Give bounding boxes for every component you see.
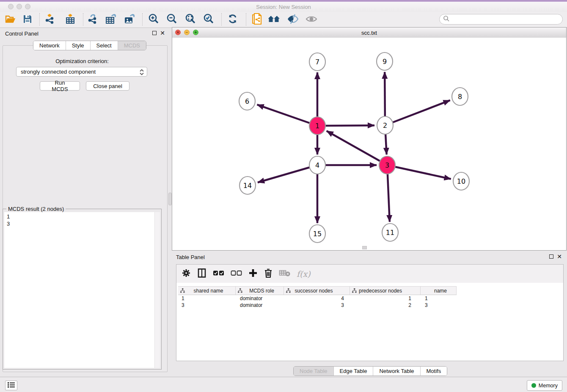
graph-node-label: 15 — [313, 230, 322, 238]
control-panel-tabs: Network Style Select MCDS — [33, 41, 146, 50]
open-file-button[interactable] — [3, 13, 17, 26]
mcds-result-group-title: MCDS result (2 nodes) — [6, 206, 66, 212]
graph-edge-1-2[interactable] — [317, 125, 374, 126]
function-builder-button[interactable]: f(x) — [297, 269, 311, 279]
criterion-dropdown[interactable]: strongly connected component — [16, 67, 147, 77]
run-mcds-button[interactable]: Run MCDS — [40, 81, 80, 91]
zoom-out-icon — [166, 13, 178, 26]
close-table-panel-icon[interactable]: ✕ — [557, 254, 562, 259]
close-panel-icon[interactable]: ✕ — [160, 31, 165, 35]
network-graph: 1234678910111415 — [172, 38, 566, 250]
zoom-out-button[interactable] — [165, 13, 179, 26]
sitemap-icon — [238, 288, 242, 293]
copy-network-button[interactable] — [250, 13, 264, 26]
graph-node-label: 14 — [243, 182, 252, 190]
tab-network-table[interactable]: Network Table — [373, 367, 420, 375]
graph-edge-3-1[interactable] — [327, 131, 387, 165]
table-panel-box: f(x) shared name MCDS role successor nod… — [176, 264, 564, 361]
show-column-selector-button[interactable] — [197, 268, 207, 280]
toolbar-separator — [221, 13, 222, 26]
control-panel: Control Panel ✕ Network Style Select MCD… — [0, 28, 169, 375]
list-icon — [7, 381, 15, 389]
close-panel-button[interactable]: Close panel — [86, 81, 129, 91]
criterion-value: strongly connected component — [21, 69, 96, 75]
zoom-in-icon — [148, 13, 160, 26]
panel-splitter-handle[interactable] — [168, 193, 172, 205]
column-header-successor-nodes[interactable]: successor nodes — [284, 287, 350, 295]
tab-edge-table[interactable]: Edge Table — [333, 367, 373, 375]
window-title: Session: New Session — [0, 4, 567, 10]
refresh-icon — [227, 13, 239, 26]
gear-icon — [182, 268, 191, 279]
import-table-button[interactable] — [63, 13, 77, 26]
select-all-columns-button[interactable] — [213, 268, 225, 280]
canvas-scroll-grip[interactable] — [362, 246, 367, 249]
column-header-mcds-role[interactable]: MCDS role — [236, 287, 284, 295]
refresh-button[interactable] — [226, 13, 239, 26]
graph-node-label: 6 — [245, 97, 249, 105]
memory-label: Memory — [539, 383, 558, 389]
tab-style[interactable]: Style — [66, 41, 90, 50]
mcds-result-scrollbar[interactable] — [154, 212, 160, 368]
delete-table-button[interactable] — [279, 268, 291, 280]
save-session-icon — [22, 14, 33, 26]
graph-node-label: 8 — [458, 93, 462, 101]
tab-mcds[interactable]: MCDS — [118, 41, 146, 50]
graph-edge-1-6[interactable] — [257, 105, 317, 126]
export-network-icon — [87, 13, 99, 26]
tab-motifs[interactable]: Motifs — [420, 367, 447, 375]
graph-node-label: 10 — [457, 177, 465, 185]
deselect-all-columns-button[interactable] — [231, 268, 242, 280]
create-column-button[interactable] — [248, 268, 258, 280]
trash-icon — [264, 268, 273, 279]
table-settings-button[interactable] — [182, 268, 191, 280]
checked-boxes-icon — [213, 270, 225, 277]
save-session-button[interactable] — [21, 13, 34, 26]
table-row[interactable]: 3 dominator 3 2 3 — [178, 302, 457, 309]
sitemap-icon — [180, 288, 185, 293]
import-network-button[interactable] — [43, 13, 57, 26]
tab-node-table[interactable]: Node Table — [294, 367, 333, 375]
tab-network[interactable]: Network — [33, 41, 66, 50]
node-table: shared name MCDS role successor nodes pr… — [178, 286, 457, 309]
delete-column-button[interactable] — [264, 268, 273, 280]
zoom-in-button[interactable] — [147, 13, 160, 26]
network-canvas[interactable]: 1234678910111415 — [172, 38, 566, 250]
network-window-titlebar[interactable]: ✕ − + scc.txt — [172, 28, 566, 38]
export-network-button[interactable] — [86, 13, 99, 26]
control-panel-title: Control Panel — [5, 30, 39, 37]
toolbar-separator — [142, 13, 143, 26]
table-row[interactable]: 1 dominator 4 1 1 — [178, 295, 457, 302]
graph-edge-4-14[interactable] — [258, 165, 317, 182]
zoom-fit-button[interactable] — [184, 13, 197, 26]
column-header-predecessor-nodes[interactable]: predecessor nodes — [350, 287, 421, 295]
window-titlebar: Session: New Session — [0, 2, 567, 12]
export-image-button[interactable] — [123, 13, 136, 26]
sitemap-icon — [352, 288, 357, 293]
search-input[interactable] — [439, 14, 563, 25]
tab-select[interactable]: Select — [90, 41, 118, 50]
float-panel-icon[interactable] — [152, 31, 157, 35]
graph-node-label: 7 — [315, 58, 319, 66]
import-network-icon — [44, 13, 56, 26]
graph-node-label: 11 — [386, 229, 394, 237]
show-graphics-details-button[interactable] — [286, 13, 300, 26]
split-columns-icon — [197, 268, 207, 279]
export-image-icon — [123, 13, 136, 26]
open-file-icon — [5, 14, 16, 26]
column-header-name[interactable]: name — [421, 287, 457, 295]
export-table-button[interactable] — [104, 13, 118, 26]
mcds-result-group: MCDS result (2 nodes) 1 3 — [3, 209, 162, 370]
search-icon — [443, 15, 450, 23]
mcds-result-text[interactable]: 1 3 — [4, 212, 160, 368]
zoom-selected-button[interactable] — [202, 13, 215, 26]
graph-edge-2-8[interactable] — [385, 100, 450, 125]
column-header-shared-name[interactable]: shared name — [178, 287, 236, 295]
eye-button[interactable] — [305, 13, 318, 26]
show-all-networks-button[interactable] — [267, 13, 281, 26]
float-table-panel-icon[interactable] — [549, 254, 553, 259]
task-history-button[interactable] — [5, 381, 17, 390]
memory-button[interactable]: Memory — [527, 380, 562, 391]
graph-edge-3-10[interactable] — [387, 165, 451, 179]
toolbar-separator — [39, 13, 40, 26]
